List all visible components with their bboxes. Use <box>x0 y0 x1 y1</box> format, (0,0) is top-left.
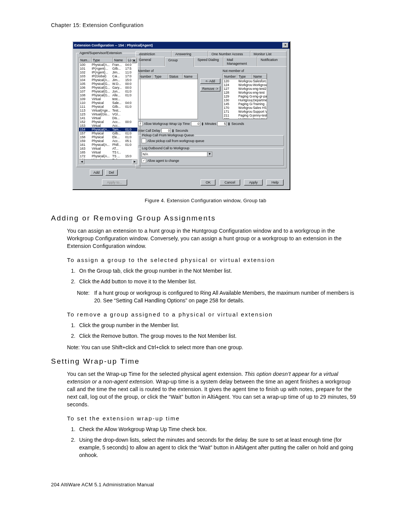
extension-row[interactable]: 101IP(Agent)...Gilb...17:5 <box>79 67 137 70</box>
scroll-right-icon[interactable]: ► <box>132 160 137 164</box>
extension-row[interactable]: 103IP(Global)Cai...17:0 <box>79 74 137 78</box>
paragraph-adding: You can assign an extension to a hunt gr… <box>67 227 360 250</box>
wrapup-check-label: Allow Workgroup Wrap Up Time <box>144 122 190 126</box>
member-col-name[interactable]: Name <box>183 74 198 79</box>
extension-row[interactable]: 157PhysicalGilb...01:0 <box>79 131 137 135</box>
extension-row[interactable]: 158PhysicalEle...01:0 <box>79 135 137 139</box>
extension-row[interactable]: 141VirtualDis... <box>79 116 137 120</box>
list-item: Click the group number in the Member lis… <box>77 321 360 329</box>
nonmember-row[interactable]: 170WorkgroupSales HS <box>223 106 267 110</box>
window-title: Extension Configuration -- 154 : Physica… <box>74 43 153 47</box>
tab-mail-management[interactable]: Mail Management <box>223 57 257 66</box>
apply-to-button[interactable]: Apply to... <box>102 179 127 185</box>
tab-speed-dialing[interactable]: Speed Dialing <box>194 57 223 66</box>
allow-agent-change-checkbox[interactable]: ✓ <box>142 158 146 163</box>
spin-arrows-icon[interactable]: ▲▼ <box>228 122 230 126</box>
tab-answering[interactable]: Answering <box>172 51 208 57</box>
window-titlebar: Extension Configuration -- 154 : Physica… <box>73 42 290 49</box>
extension-row[interactable]: 154Physical(A...Tam...01:0 <box>79 128 137 131</box>
scroll-left-icon[interactable]: ◄ <box>79 160 84 164</box>
extension-list[interactable]: Num... Type Name Loca... ▲ 100Physical(A… <box>79 57 138 165</box>
extension-row[interactable]: 108Physical(G...Alle...01:0 <box>79 93 137 97</box>
assign-steps: On the Group tab, click the group number… <box>67 267 360 285</box>
nonmember-row[interactable]: 127Workgroupeng-test2 <box>223 87 267 91</box>
extension-row[interactable]: 109Virtualtest... <box>79 97 137 101</box>
extension-row[interactable]: 163VirtualAT... <box>79 147 137 150</box>
member-of-list[interactable]: Number Type Status Name <box>138 73 198 119</box>
wrapup-seconds-input[interactable]: 5 <box>217 121 226 126</box>
pickup-checkbox[interactable] <box>142 139 146 143</box>
extension-row[interactable]: 159PhysicalAcc...05:1 <box>79 139 137 143</box>
extension-row[interactable]: 106Physical(G...Gary...00:0 <box>79 86 137 89</box>
extension-row[interactable]: 165VirtualTS t... <box>79 150 137 154</box>
heading-adding-removing: Adding or Removing Group Assignments <box>51 214 360 222</box>
chevron-down-icon[interactable]: ▼ <box>207 152 212 157</box>
del-button[interactable]: Del <box>105 169 118 176</box>
nonmember-row[interactable]: 211Paging Gr...jenny-test <box>223 113 267 117</box>
tab-notification[interactable]: Notification <box>257 57 287 66</box>
close-icon[interactable]: × <box>282 43 288 48</box>
spin-arrows-icon[interactable]: ▲▼ <box>172 129 174 133</box>
col-header-name[interactable]: Name <box>113 58 127 63</box>
extension-row[interactable]: 161Physical(A...Phill...01:0 <box>79 143 137 147</box>
extension-list-header[interactable]: Num... Type Name Loca... ▲ <box>79 58 137 63</box>
member-col-status[interactable]: Status <box>168 74 183 79</box>
extension-row[interactable]: 104Physical(A...Jim...15:0 <box>79 78 137 82</box>
wrapup-seconds-label: Seconds <box>231 122 244 126</box>
apply-button[interactable]: Apply <box>244 179 263 185</box>
note-body: If a hunt group or workgroup is configur… <box>94 289 360 304</box>
extension-row[interactable]: 105Physical(G...W.D...00:0 <box>79 82 137 86</box>
add-button[interactable]: Add <box>90 169 103 176</box>
list-item: On the Group tab, click the group number… <box>77 267 360 275</box>
extension-row[interactable]: 123Virtual(Glo...VGl... <box>79 112 137 116</box>
nonmember-row[interactable]: 171WorkgroupSupport V... <box>223 110 267 113</box>
not-member-of-list[interactable]: Number Type Name 120WorkgroupSalesforc..… <box>223 73 267 119</box>
extension-row[interactable]: 100Physical(A...Fran...04:0 <box>79 63 137 67</box>
add-to-member-button[interactable]: <- Add <box>200 78 220 84</box>
note-label: Note: <box>77 289 89 304</box>
nonmember-col-number[interactable]: Number <box>223 74 237 79</box>
sort-indicator-icon: ▲ <box>132 58 137 63</box>
extension-row[interactable]: 172Physical(A...TS ...15:0 <box>79 154 137 158</box>
extension-list-hscroll[interactable]: ◄ ► <box>79 159 137 164</box>
remove-from-member-button[interactable]: Remove -> <box>200 86 220 91</box>
heading-set-wrapup: To set the extension wrap-up time <box>67 415 360 422</box>
outbound-workgroup-dropdown[interactable]: N/A ▼ <box>142 152 212 157</box>
help-button[interactable]: Help <box>266 179 284 185</box>
wrapup-minutes-label: Minutes <box>205 122 217 126</box>
extension-row[interactable]: 152PhysicalAcc...00:0 <box>79 120 137 124</box>
nonmember-row[interactable]: 129Paging Gr...eng-gr-pa... <box>223 94 267 98</box>
tab-monitor-list[interactable]: Monitor List <box>250 51 287 57</box>
col-header-type[interactable]: Type <box>92 58 113 63</box>
extension-row[interactable]: 107Physical(G...Jon...01:0 <box>79 89 137 93</box>
wrapup-minutes-input[interactable]: 0 <box>191 121 200 126</box>
extension-row[interactable]: 153VirtualAcc... <box>79 124 137 128</box>
col-header-num[interactable]: Num... <box>79 58 92 63</box>
extension-row[interactable]: 111PhysicalGilb...01:0 <box>79 105 137 109</box>
nonmember-row[interactable]: 124WorkgroupWorkgrou... <box>223 83 267 87</box>
nonmember-row[interactable]: 128Workgroupeng-test <box>223 91 267 94</box>
nonmember-col-type[interactable]: Type <box>237 74 252 79</box>
nonmember-row[interactable]: 120WorkgroupSalesforc... <box>223 79 267 83</box>
extension-row[interactable]: 110PhysicalSale...04:0 <box>79 101 137 105</box>
nonmember-col-name[interactable]: Name <box>252 74 267 79</box>
pickup-groupbox-legend: Pickup Call From Workgroup Queue <box>141 133 195 137</box>
list-item: Click the Add button to move it to the M… <box>77 278 360 285</box>
page-footer: 204 AltiWare ACM 5.1 Administration Manu… <box>51 482 360 487</box>
member-col-type[interactable]: Type <box>153 74 168 79</box>
tab-restriction[interactable]: Restriction <box>135 51 172 57</box>
agent-extension-fieldset: Agent/Supervisor/Extension Num... Type N… <box>76 51 140 167</box>
allow-agent-change-label: Allow agent to change <box>147 159 179 163</box>
nonmember-row[interactable]: 130HuntgroupDepartme... <box>223 98 267 102</box>
intercall-delay-input[interactable]: 0 <box>161 128 170 133</box>
ok-button[interactable]: OK <box>201 179 215 185</box>
nonmember-row[interactable]: 230HuntgroupDepartme... <box>223 117 267 119</box>
member-col-number[interactable]: Number <box>139 74 153 79</box>
tab-one-number-access[interactable]: One Number Access <box>208 51 250 57</box>
spin-arrows-icon[interactable]: ▲▼ <box>201 122 204 126</box>
extension-row[interactable]: 102IP(Agent)...Jim...11:0 <box>79 70 137 74</box>
tab-group[interactable]: Group <box>165 57 194 67</box>
extension-row[interactable]: 113Virtual(Age...Test... <box>79 109 137 112</box>
nonmember-row[interactable]: 145Paging Gr...Training ... <box>223 102 267 106</box>
cancel-button[interactable]: Cancel <box>220 179 240 185</box>
